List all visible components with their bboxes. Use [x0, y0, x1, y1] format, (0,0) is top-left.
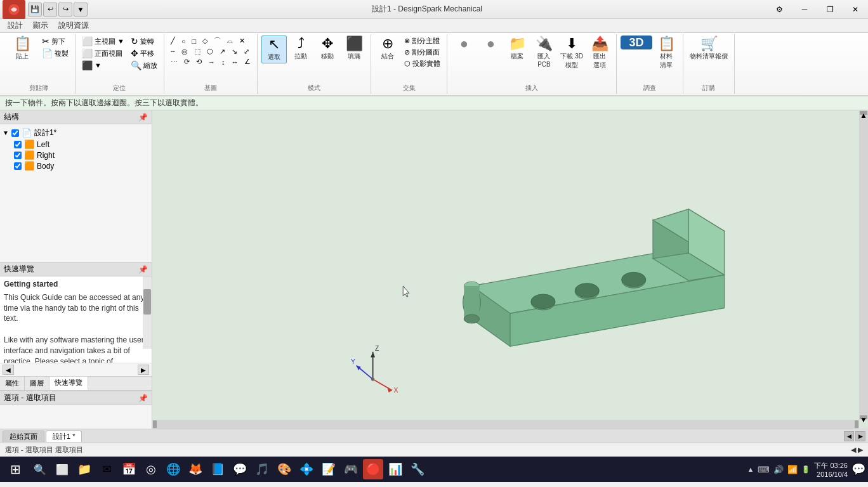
dim1-btn[interactable]: ↕: [219, 57, 228, 67]
viewport-h-scrollbar[interactable]: [152, 420, 859, 429]
combine-btn[interactable]: ⊕ 結合: [375, 36, 400, 62]
guide-next-btn[interactable]: ▶: [138, 365, 149, 375]
tree-item-left[interactable]: 🟧 Left: [14, 139, 149, 150]
tab-properties[interactable]: 屬性: [0, 377, 25, 390]
structure-pin[interactable]: 📌: [138, 113, 148, 122]
3d-btn[interactable]: 3D: [621, 36, 652, 49]
arrow1-btn[interactable]: ↗: [217, 47, 228, 56]
mail-btn[interactable]: ✉: [96, 459, 117, 479]
square-btn[interactable]: ⬚: [192, 47, 203, 56]
fill-mode-btn[interactable]: ⬛ 填滿: [341, 36, 367, 62]
tab-scroll-left[interactable]: ◀: [844, 431, 854, 441]
start-button[interactable]: ⊞: [3, 458, 28, 481]
tools-btn[interactable]: 🔧: [407, 459, 428, 479]
game-btn[interactable]: 🎮: [341, 459, 361, 479]
dot2-btn[interactable]: ●: [478, 36, 503, 52]
trim-btn[interactable]: ✕: [237, 36, 247, 46]
tree-check-body[interactable]: [14, 162, 22, 170]
hex-btn[interactable]: ⬡: [204, 47, 216, 56]
arrow2-btn[interactable]: ↘: [229, 47, 240, 56]
import-pcb-btn[interactable]: 🔌 匯入PCB: [531, 36, 556, 69]
undo-btn[interactable]: ↩: [43, 3, 57, 16]
project-btn[interactable]: ⬡ 投影實體: [402, 58, 443, 69]
tab-start-page[interactable]: 起始頁面: [3, 431, 44, 442]
v-scroll-down[interactable]: ▼: [860, 415, 867, 419]
tray-expand[interactable]: ▲: [747, 465, 754, 473]
close-btn[interactable]: ✕: [843, 0, 868, 19]
ribbon-paste-btn[interactable]: 📋 貼上: [6, 36, 38, 62]
pull-mode-btn[interactable]: ⤴ 拉動: [288, 36, 313, 62]
pan-btn[interactable]: ✥平移: [128, 48, 160, 59]
settings-btn[interactable]: ⚙: [766, 0, 792, 19]
menu-help[interactable]: 說明資源: [53, 19, 94, 32]
redo-btn[interactable]: ↪: [58, 3, 72, 16]
pt-btn[interactable]: ⋯: [168, 57, 180, 67]
task-view-btn[interactable]: ⬜: [52, 459, 72, 479]
fb-btn[interactable]: 📘: [207, 459, 228, 479]
music-btn[interactable]: 🎵: [252, 459, 272, 479]
clock-display[interactable]: 下午 03:26 2016/10/4: [814, 461, 848, 478]
arc-btn[interactable]: ⌒: [211, 36, 223, 46]
rect-btn[interactable]: □: [190, 36, 199, 46]
save-btn[interactable]: 💾: [28, 3, 42, 16]
dim3-btn[interactable]: ∠: [242, 57, 253, 67]
tree-root[interactable]: ▼ 📄 設計1*: [3, 127, 149, 139]
tree-check-root[interactable]: [11, 129, 19, 137]
main-view-btn[interactable]: ⬜主視圖 ▼: [79, 36, 127, 47]
cortana-btn[interactable]: ◎: [141, 459, 161, 479]
viewport[interactable]: Z Y X ▲ ▼: [152, 110, 868, 429]
ribbon-copy-btn[interactable]: 📄複製: [39, 48, 71, 59]
split-face-btn[interactable]: ⊘ 割分圖面: [402, 47, 443, 58]
chrome-btn[interactable]: 🌐: [163, 459, 183, 479]
tree-check-right[interactable]: [14, 152, 22, 159]
file-explorer-btn[interactable]: 📁: [74, 459, 95, 479]
ellipse-btn[interactable]: ◎: [179, 47, 190, 56]
v-scroll-up[interactable]: ▲: [860, 111, 867, 115]
guide-prev-btn[interactable]: ◀: [3, 365, 14, 375]
tree-check-left[interactable]: [14, 141, 22, 148]
minimize-btn[interactable]: ─: [792, 0, 817, 19]
h-scroll-left[interactable]: [153, 420, 157, 428]
tab-design1[interactable]: 設計1 *: [46, 431, 82, 442]
quick-guide-pin[interactable]: 📌: [138, 265, 148, 274]
tree-toggle-root[interactable]: ▼: [3, 129, 9, 136]
word-btn[interactable]: 📝: [319, 459, 339, 479]
export-btn[interactable]: 📤 匯出選項: [587, 36, 612, 71]
ccw-btn[interactable]: ⟲: [194, 57, 204, 67]
dim2-btn[interactable]: ↔: [228, 57, 240, 67]
dropdown-btn[interactable]: ▼: [74, 3, 88, 16]
offset-btn[interactable]: ⤢: [241, 47, 252, 56]
zoom-btn[interactable]: 🔍縮放: [128, 60, 160, 71]
file-btn[interactable]: 📁 檔案: [504, 36, 530, 62]
circle-btn[interactable]: ○: [179, 36, 188, 46]
poly-btn[interactable]: ◇: [200, 36, 210, 46]
maximize-btn[interactable]: ❐: [817, 0, 843, 19]
cw-btn[interactable]: ⟳: [181, 57, 192, 67]
menu-display[interactable]: 顯示: [28, 19, 53, 32]
mirror-btn[interactable]: →: [206, 57, 218, 67]
h-scroll-right[interactable]: [855, 420, 858, 428]
menu-design[interactable]: 設計: [3, 19, 28, 32]
calendar-btn[interactable]: 📅: [119, 459, 139, 479]
battery-icon[interactable]: 🔋: [801, 465, 810, 474]
firefox-btn[interactable]: 🦊: [185, 459, 206, 479]
quick-guide-scrollbar[interactable]: [143, 276, 152, 349]
photo-btn[interactable]: 🎨: [274, 459, 294, 479]
spline-btn[interactable]: ⌓: [225, 36, 235, 46]
ds-btn[interactable]: 🔴: [363, 459, 383, 479]
tab-scroll-right[interactable]: ▶: [855, 431, 865, 441]
bom-btn[interactable]: 📋 材料清單: [654, 36, 679, 71]
line-btn[interactable]: ╱: [168, 36, 178, 46]
volume-icon[interactable]: 🔊: [773, 465, 784, 474]
select-mode-btn[interactable]: ↖ 選取: [261, 36, 287, 63]
dotline-btn[interactable]: ╌: [168, 47, 178, 56]
network-icon[interactable]: 📶: [787, 465, 798, 474]
tree-item-body[interactable]: 🟧 Body: [14, 160, 149, 171]
ribbon-cut-btn[interactable]: ✂剪下: [39, 36, 71, 47]
search-taskbar-btn[interactable]: 🔍: [30, 459, 50, 479]
skype-btn[interactable]: 💠: [296, 459, 317, 479]
dot1-btn[interactable]: ●: [451, 36, 477, 52]
notification-icon[interactable]: 💬: [852, 462, 865, 476]
viewport-v-scrollbar[interactable]: ▲ ▼: [859, 110, 868, 420]
selection-pin[interactable]: 📌: [138, 394, 148, 403]
